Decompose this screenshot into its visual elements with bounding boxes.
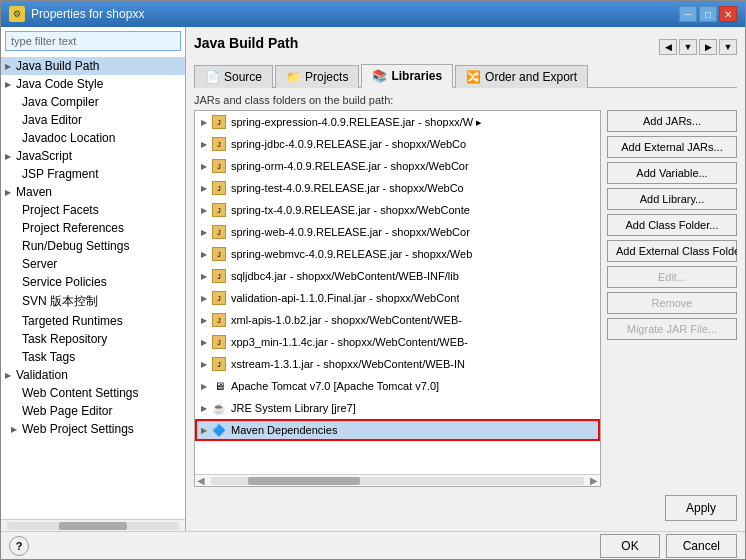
tab-order-export[interactable]: 🔀 Order and Export — [455, 65, 588, 88]
list-item-jre[interactable]: ▶ ☕ JRE System Library [jre7] — [195, 397, 600, 419]
add-class-folder-button[interactable]: Add Class Folder... — [607, 214, 737, 236]
tab-source[interactable]: 📄 Source — [194, 65, 273, 88]
tree-item-project-facets[interactable]: Project Facets — [1, 201, 185, 219]
jar-icon: J — [211, 203, 227, 217]
list-scrollbar-h[interactable]: ◀ ▶ — [195, 474, 600, 486]
list-content[interactable]: ▶ J spring-expression-4.0.9.RELEASE.jar … — [195, 111, 600, 474]
tree-label: Java Editor — [22, 113, 82, 127]
list-item[interactable]: ▶ J spring-orm-4.0.9.RELEASE.jar - shopx… — [195, 155, 600, 177]
jar-icon: J — [211, 269, 227, 283]
expand-arrow: ▶ — [201, 360, 207, 369]
scroll-left-btn[interactable]: ◀ — [195, 475, 207, 486]
list-item[interactable]: ▶ J spring-expression-4.0.9.RELEASE.jar … — [195, 111, 600, 133]
tree-item-java-compiler[interactable]: Java Compiler — [1, 93, 185, 111]
title-bar: ⚙ Properties for shopxx ─ □ ✕ — [1, 1, 745, 27]
list-item-text: spring-web-4.0.9.RELEASE.jar - shopxx/We… — [231, 226, 470, 238]
list-item[interactable]: ▶ J spring-jdbc-4.0.9.RELEASE.jar - shop… — [195, 133, 600, 155]
cancel-button[interactable]: Cancel — [666, 534, 737, 558]
tree-label: Java Build Path — [16, 59, 99, 73]
tree-label: Project Facets — [22, 203, 99, 217]
list-item[interactable]: ▶ J spring-web-4.0.9.RELEASE.jar - shopx… — [195, 221, 600, 243]
tree-item-javadoc-location[interactable]: Javadoc Location — [1, 129, 185, 147]
tab-libraries[interactable]: 📚 Libraries — [361, 64, 453, 88]
remove-button[interactable]: Remove — [607, 292, 737, 314]
scrollbar-track-h — [211, 477, 584, 485]
apply-button[interactable]: Apply — [665, 495, 737, 521]
tree-item-web-project[interactable]: ▶ Web Project Settings — [1, 420, 185, 438]
add-library-button[interactable]: Add Library... — [607, 188, 737, 210]
list-item[interactable]: ▶ J spring-tx-4.0.9.RELEASE.jar - shopxx… — [195, 199, 600, 221]
tree-label: Java Compiler — [22, 95, 99, 109]
tree-item-task-tags[interactable]: Task Tags — [1, 348, 185, 366]
list-item-text: spring-webmvc-4.0.9.RELEASE.jar - shopxx… — [231, 248, 472, 260]
expand-arrow: ▶ — [201, 206, 207, 215]
tree-item-svn[interactable]: SVN 版本控制 — [1, 291, 185, 312]
minimize-button[interactable]: ─ — [679, 6, 697, 22]
tree-label: Project References — [22, 221, 124, 235]
maven-icon: 🔷 — [211, 423, 227, 437]
ok-button[interactable]: OK — [600, 534, 659, 558]
help-button[interactable]: ? — [9, 536, 29, 556]
migrate-jar-button[interactable]: Migrate JAR File... — [607, 318, 737, 340]
filter-input[interactable] — [5, 31, 181, 51]
add-external-class-folder-button[interactable]: Add External Class Folder... — [607, 240, 737, 262]
tree-item-project-references[interactable]: Project References — [1, 219, 185, 237]
tree-label: Java Code Style — [16, 77, 103, 91]
tree-item-web-content[interactable]: Web Content Settings — [1, 384, 185, 402]
tab-libraries-label: Libraries — [391, 69, 442, 83]
list-item[interactable]: ▶ J spring-webmvc-4.0.9.RELEASE.jar - sh… — [195, 243, 600, 265]
list-item[interactable]: ▶ J validation-api-1.1.0.Final.jar - sho… — [195, 287, 600, 309]
tree-item-web-page[interactable]: Web Page Editor — [1, 402, 185, 420]
expand-arrow: ▶ — [201, 294, 207, 303]
tree-item-run-debug[interactable]: Run/Debug Settings — [1, 237, 185, 255]
projects-tab-icon: 📁 — [286, 70, 301, 84]
jar-icon: J — [211, 225, 227, 239]
list-item[interactable]: ▶ J spring-test-4.0.9.RELEASE.jar - shop… — [195, 177, 600, 199]
add-external-jars-button[interactable]: Add External JARs... — [607, 136, 737, 158]
list-item[interactable]: ▶ J sqljdbc4.jar - shopxx/WebContent/WEB… — [195, 265, 600, 287]
left-tree: ▶ Java Build Path ▶ Java Code Style Java… — [1, 55, 185, 519]
scrollbar-thumb — [59, 522, 128, 530]
scrollbar-track — [7, 522, 179, 530]
tree-label: JSP Fragment — [22, 167, 98, 181]
tree-item-java-code-style[interactable]: ▶ Java Code Style — [1, 75, 185, 93]
list-item-text: Apache Tomcat v7.0 [Apache Tomcat v7.0] — [231, 380, 439, 392]
tree-label: JavaScript — [16, 149, 72, 163]
tree-item-javascript[interactable]: ▶ JavaScript — [1, 147, 185, 165]
expand-arrow: ▶ — [201, 316, 207, 325]
window-bottom: ? OK Cancel — [1, 531, 745, 559]
scroll-right-btn[interactable]: ▶ — [588, 475, 600, 486]
tree-item-maven[interactable]: ▶ Maven — [1, 183, 185, 201]
dropdown-arrow-button[interactable]: ▼ — [679, 39, 697, 55]
tab-projects[interactable]: 📁 Projects — [275, 65, 359, 88]
edit-button[interactable]: Edit... — [607, 266, 737, 288]
back-arrow-button[interactable]: ◀ — [659, 39, 677, 55]
tree-item-java-build-path[interactable]: ▶ Java Build Path — [1, 57, 185, 75]
tree-label: Targeted Runtimes — [22, 314, 123, 328]
maximize-button[interactable]: □ — [699, 6, 717, 22]
list-item[interactable]: ▶ J xstream-1.3.1.jar - shopxx/WebConten… — [195, 353, 600, 375]
tree-item-targeted-runtimes[interactable]: Targeted Runtimes — [1, 312, 185, 330]
close-button[interactable]: ✕ — [719, 6, 737, 22]
list-item-maven[interactable]: ▶ 🔷 Maven Dependencies — [195, 419, 600, 441]
tree-item-jsp-fragment[interactable]: JSP Fragment — [1, 165, 185, 183]
add-variable-button[interactable]: Add Variable... — [607, 162, 737, 184]
add-jars-button[interactable]: Add JARs... — [607, 110, 737, 132]
list-item[interactable]: ▶ J xml-apis-1.0.b2.jar - shopxx/WebCont… — [195, 309, 600, 331]
left-scrollbar-h[interactable] — [1, 519, 185, 531]
tab-order-export-label: Order and Export — [485, 70, 577, 84]
tree-arrow: ▶ — [5, 62, 13, 71]
dropdown2-arrow-button[interactable]: ▼ — [719, 39, 737, 55]
list-item[interactable]: ▶ J xpp3_min-1.1.4c.jar - shopxx/WebCont… — [195, 331, 600, 353]
tree-item-server[interactable]: Server — [1, 255, 185, 273]
tree-item-java-editor[interactable]: Java Editor — [1, 111, 185, 129]
expand-arrow: ▶ — [201, 426, 207, 435]
tree-item-task-repository[interactable]: Task Repository — [1, 330, 185, 348]
tree-item-validation[interactable]: ▶ Validation — [1, 366, 185, 384]
tree-label: Maven — [16, 185, 52, 199]
forward-arrow-button[interactable]: ▶ — [699, 39, 717, 55]
list-item-tomcat[interactable]: ▶ 🖥 Apache Tomcat v7.0 [Apache Tomcat v7… — [195, 375, 600, 397]
tree-item-service-policies[interactable]: Service Policies — [1, 273, 185, 291]
tree-arrow: ▶ — [5, 152, 13, 161]
tree-label: Run/Debug Settings — [22, 239, 129, 253]
